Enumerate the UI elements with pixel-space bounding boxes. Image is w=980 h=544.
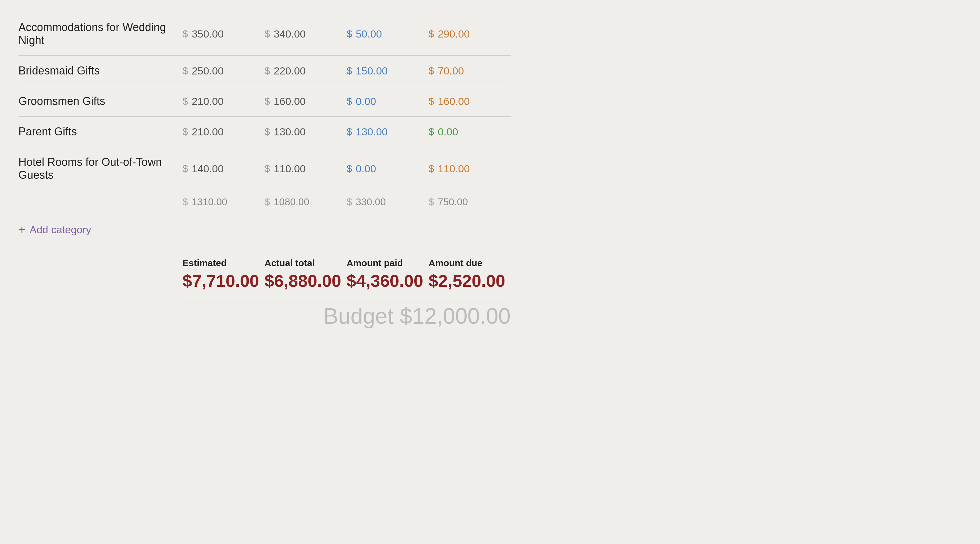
dollar-icon: $ xyxy=(347,163,352,174)
dollar-icon: $ xyxy=(347,65,352,77)
row-due: $ 160.00 xyxy=(428,96,511,107)
row-due: $ 70.00 xyxy=(428,65,511,77)
row-estimated: $ 210.00 xyxy=(182,96,264,107)
row-estimated: $ 140.00 xyxy=(182,163,264,175)
row-paid: $ 0.00 xyxy=(347,163,429,175)
dollar-icon: $ xyxy=(264,163,270,174)
row-name: Groomsmen Gifts xyxy=(19,95,182,108)
summary-paid: Amount paid $4,360.00 xyxy=(347,258,429,291)
dollar-icon: $ xyxy=(182,65,188,77)
add-category-button[interactable]: + Add category xyxy=(19,214,511,249)
budget-total: Budget $12,000.00 xyxy=(323,303,511,329)
dollar-icon: $ xyxy=(428,65,434,77)
subtotal-estimated: $ 1310.00 xyxy=(182,196,264,208)
plus-icon: + xyxy=(19,223,25,236)
dollar-icon: $ xyxy=(347,28,352,40)
dollar-icon: $ xyxy=(347,96,352,107)
row-paid: $ 150.00 xyxy=(347,65,429,77)
summary-due: Amount due $2,520.00 xyxy=(428,258,511,291)
dollar-icon: $ xyxy=(264,65,270,77)
summary-section: Estimated $7,710.00 Actual total $6,880.… xyxy=(19,252,511,291)
dollar-icon: $ xyxy=(428,126,434,137)
subtotal-paid: $ 330.00 xyxy=(347,196,429,208)
dollar-icon: $ xyxy=(428,163,434,174)
dollar-icon: $ xyxy=(182,96,188,107)
row-paid: $ 130.00 xyxy=(347,126,429,138)
table-row: Bridesmaid Gifts $ 250.00 $ 220.00 $ 150… xyxy=(19,56,511,86)
row-estimated: $ 210.00 xyxy=(182,126,264,138)
add-category-label: Add category xyxy=(30,224,91,236)
row-paid: $ 0.00 xyxy=(347,96,429,107)
row-actual: $ 110.00 xyxy=(264,163,347,175)
dollar-icon: $ xyxy=(264,126,270,137)
dollar-icon: $ xyxy=(264,96,270,107)
dollar-icon: $ xyxy=(264,28,270,40)
budget-table: Accommodations for Wedding Night $ 350.0… xyxy=(19,12,511,335)
dollar-icon: $ xyxy=(428,28,434,40)
row-estimated: $ 350.00 xyxy=(182,28,264,40)
summary-actual: Actual total $6,880.00 xyxy=(264,258,347,291)
row-paid: $ 50.00 xyxy=(347,28,429,40)
row-name: Parent Gifts xyxy=(19,125,182,138)
dollar-icon: $ xyxy=(182,163,188,174)
row-due: $ 110.00 xyxy=(428,163,511,175)
dollar-icon: $ xyxy=(428,96,434,107)
row-actual: $ 220.00 xyxy=(264,65,347,77)
row-estimated: $ 250.00 xyxy=(182,65,264,77)
subtotals-row: $ 1310.00 $ 1080.00 $ 330.00 $ 750.00 xyxy=(19,190,511,214)
row-actual: $ 160.00 xyxy=(264,96,347,107)
table-row: Accommodations for Wedding Night $ 350.0… xyxy=(19,12,511,56)
dollar-icon: $ xyxy=(182,28,188,40)
row-due: $ 0.00 xyxy=(428,126,511,138)
row-name: Accommodations for Wedding Night xyxy=(19,21,182,47)
dollar-icon: $ xyxy=(347,126,352,137)
subtotal-actual: $ 1080.00 xyxy=(264,196,347,208)
summary-estimated: Estimated $7,710.00 xyxy=(182,258,264,291)
row-actual: $ 130.00 xyxy=(264,126,347,138)
table-row: Hotel Rooms for Out-of-Town Guests $ 140… xyxy=(19,147,511,190)
row-actual: $ 340.00 xyxy=(264,28,347,40)
subtotal-due: $ 750.00 xyxy=(428,196,511,208)
row-name: Hotel Rooms for Out-of-Town Guests xyxy=(19,156,182,182)
row-due: $ 290.00 xyxy=(428,28,511,40)
dollar-icon: $ xyxy=(182,126,188,137)
table-row: Parent Gifts $ 210.00 $ 130.00 $ 130.00 … xyxy=(19,116,511,147)
budget-footer: Budget $12,000.00 xyxy=(19,297,511,335)
row-name: Bridesmaid Gifts xyxy=(19,64,182,77)
table-row: Groomsmen Gifts $ 210.00 $ 160.00 $ 0.00… xyxy=(19,86,511,116)
